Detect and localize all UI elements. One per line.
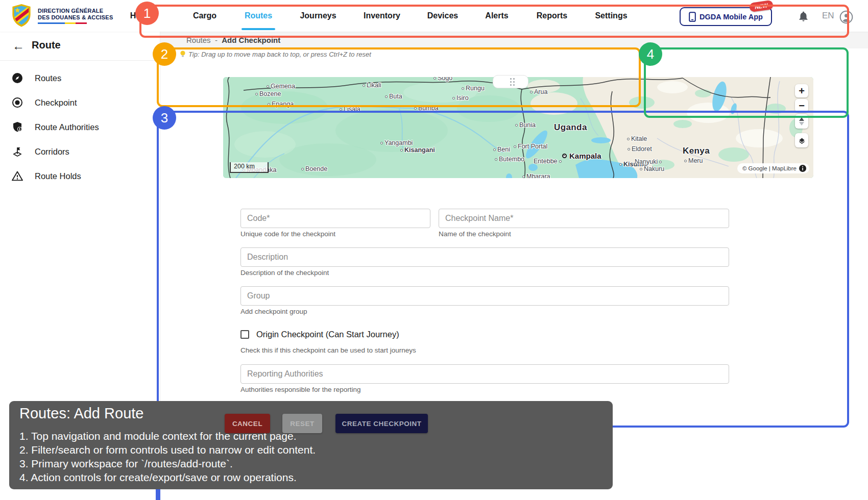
group-input[interactable] [240, 286, 729, 306]
back-arrow-icon[interactable]: ← [12, 39, 25, 53]
map-label-city: Nanyuki [635, 158, 662, 165]
reset-button[interactable]: RESET [282, 414, 322, 433]
sidebar-item-label: Route Holds [35, 171, 81, 181]
map-label-city: Mbarara [522, 173, 550, 178]
sidebar-divider [0, 60, 160, 61]
callout-line: 3. Primary workspace for `/routes/add-ro… [19, 458, 233, 470]
map-label-city: Bunia [515, 121, 536, 129]
warning-icon [11, 170, 23, 182]
phone-icon [689, 12, 696, 22]
map-attribution-text: © Google | MapLibre [742, 165, 797, 171]
map-label-country-kenya: Kenya [683, 146, 710, 156]
origin-checkpoint-checkbox[interactable] [240, 330, 249, 339]
cancel-button[interactable]: CANCEL [225, 414, 270, 433]
map-drag-handle[interactable] [493, 75, 528, 88]
group-helper: Add checkpoint group [240, 308, 307, 315]
breadcrumb-parent[interactable]: Routes [186, 36, 211, 44]
app-screen: DIRECTION GÉNÉRALE DES DOUANES & ACCISES… [0, 0, 868, 500]
info-icon[interactable] [799, 165, 806, 172]
map-label-city: Beni [493, 146, 510, 153]
sidebar-header: ← Route [0, 32, 160, 60]
map-label-city: Gemena [267, 83, 295, 90]
reporting-authorities-input[interactable] [240, 364, 729, 384]
map-label-city: Yangambi [380, 139, 413, 146]
zoom-in-button[interactable]: + [795, 84, 808, 97]
nav-item-home[interactable]: Home [130, 0, 153, 32]
sidebar-item-corridors[interactable]: Corridors [0, 142, 160, 161]
sidebar-item-route-holds[interactable]: Route Holds [0, 167, 160, 185]
city-marker [267, 85, 269, 88]
compass-icon [11, 72, 23, 84]
zoom-out-button[interactable]: − [795, 99, 808, 112]
callout-title: Routes: Add Route [19, 405, 143, 422]
sidebar-item-routes[interactable]: Routes [0, 69, 160, 87]
nav-item-routes[interactable]: Routes [245, 0, 272, 32]
map-label-city: Epanga [268, 101, 294, 108]
notifications-bell-icon[interactable] [798, 10, 809, 24]
sidebar-item-route-authorities[interactable]: Route Authorities [0, 118, 160, 136]
create-checkpoint-button[interactable]: CREATE CHECKPOINT [335, 414, 428, 433]
breadcrumb-bar: Routes - Add Checkpoint [160, 32, 868, 48]
tilt-up-icon [799, 117, 804, 121]
nav-item-cargo[interactable]: Cargo [193, 0, 216, 32]
origin-checkpoint-row: Origin Checkpoint (Can Start Journey) [240, 330, 399, 339]
map-label-city: Buta [385, 93, 402, 100]
map-label-city: Likali [363, 82, 381, 89]
nav-item-alerts[interactable]: Alerts [485, 0, 508, 32]
checkpoint-map[interactable]: Gemena Bozene Epanga Likali Buta Rungu I… [223, 77, 813, 178]
map-label-city: Lisala [340, 106, 360, 113]
origin-checkpoint-helper: Check this if this checkpoint can be use… [240, 346, 416, 354]
map-attribution: © Google | MapLibre [737, 163, 809, 173]
layers-icon [798, 136, 806, 145]
map-label-city: Bozene [255, 90, 281, 97]
map-label-city: Rungu [462, 85, 485, 92]
map-label-city: Boende [301, 165, 327, 172]
language-selector[interactable]: EN [822, 11, 834, 21]
tilt-down-icon [799, 122, 804, 126]
map-scale-bar: 200 km [230, 162, 269, 173]
checkpoint-name-helper: Name of the checkpoint [439, 230, 511, 238]
map-tip: Tip: Drag up to move map back to top, or… [180, 51, 371, 58]
nav-item-journeys[interactable]: Journeys [300, 0, 336, 32]
user-avatar-icon[interactable] [839, 10, 853, 26]
nav-item-inventory[interactable]: Inventory [364, 0, 400, 32]
sidebar-item-label: Checkpoint [35, 98, 77, 108]
layers-button[interactable] [795, 133, 808, 147]
top-navigation: DIRECTION GÉNÉRALE DES DOUANES & ACCISES… [0, 0, 868, 32]
sidebar-item-label: Route Authorities [35, 122, 99, 132]
map-label-city: Fort Portal [514, 143, 547, 150]
sidebar-item-checkpoint[interactable]: Checkpoint [0, 93, 160, 112]
flag-tile-icon [11, 145, 23, 158]
map-label-city: Kitale [627, 135, 647, 142]
code-input[interactable] [240, 209, 430, 228]
map-label-city: Nakuru [640, 165, 664, 172]
reporting-authorities-helper: Authorities responsible for the reportin… [240, 386, 361, 393]
breadcrumb: Routes - Add Checkpoint [186, 36, 280, 44]
map-label-city: Kisangani [400, 146, 435, 154]
lightbulb-icon [180, 51, 186, 58]
checkpoint-name-input[interactable] [439, 209, 729, 228]
brand-line2: DES DOUANES & ACCISES [38, 14, 113, 21]
callout-line: 4. Action controls for create/export/sav… [19, 471, 297, 484]
dgda-mobile-app-label: DGDA Mobile App [700, 13, 763, 21]
origin-checkpoint-label[interactable]: Origin Checkpoint (Can Start Journey) [256, 330, 399, 339]
sidebar-title: Route [32, 39, 61, 51]
target-icon [11, 96, 23, 109]
tilt-control[interactable] [795, 114, 808, 129]
annotation-box-3-stub [156, 489, 160, 500]
sidebar-item-label: Routes [35, 73, 61, 83]
sidebar-item-label: Corridors [35, 147, 69, 157]
dgda-logo-shield [10, 4, 33, 28]
nav-item-reports[interactable]: Reports [537, 0, 567, 32]
map-label-city: Sogo [433, 77, 452, 82]
brand-line1: DIRECTION GÉNÉRALE [38, 8, 113, 14]
capital-marker [562, 154, 567, 158]
breadcrumb-separator: - [215, 36, 218, 44]
nav-item-settings[interactable]: Settings [595, 0, 627, 32]
active-tab-underline [242, 28, 275, 30]
description-input[interactable] [240, 247, 729, 267]
nav-item-devices[interactable]: Devices [427, 0, 459, 32]
map-label-city: Eldoret [628, 145, 652, 153]
description-helper: Description of the checkpoint [240, 269, 329, 277]
map-label-city: Meru [684, 157, 703, 164]
